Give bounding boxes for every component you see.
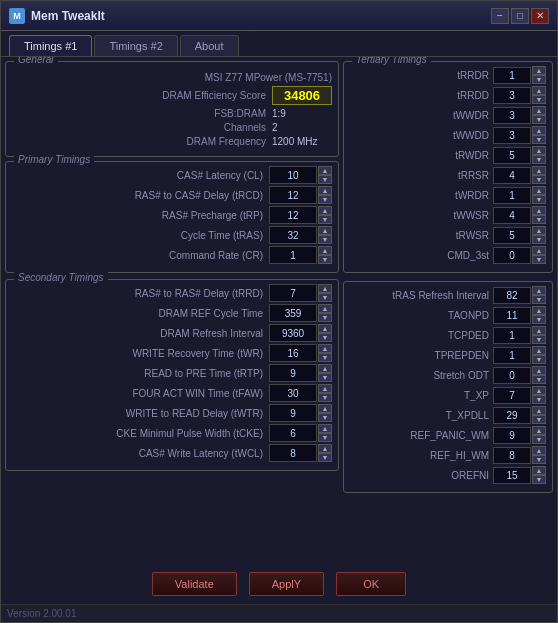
tab-timings2[interactable]: Timings #2: [94, 35, 177, 56]
tertiary-spin-up-4[interactable]: ▲: [532, 366, 546, 375]
tertiary-spin-up-8[interactable]: ▲: [532, 446, 546, 455]
apply-button[interactable]: ApplY: [249, 572, 324, 596]
tertiary-input-6[interactable]: [493, 187, 531, 204]
tertiary-input-1[interactable]: [493, 87, 531, 104]
tertiary-spin-down-5[interactable]: ▼: [532, 395, 546, 404]
timing-input-3[interactable]: [269, 344, 317, 362]
tertiary-input-9[interactable]: [493, 467, 531, 484]
spin-down-1[interactable]: ▼: [318, 313, 332, 322]
tertiary-spin-up-0[interactable]: ▲: [532, 66, 546, 75]
tertiary-input-2[interactable]: [493, 107, 531, 124]
spin-up-4[interactable]: ▲: [318, 246, 332, 255]
timing-input-8[interactable]: [269, 444, 317, 462]
tertiary-input-7[interactable]: [493, 427, 531, 444]
spin-down-2[interactable]: ▼: [318, 333, 332, 342]
close-button[interactable]: ✕: [531, 8, 549, 24]
tertiary-spin-up-9[interactable]: ▲: [532, 466, 546, 475]
spin-up-2[interactable]: ▲: [318, 206, 332, 215]
spin-down-7[interactable]: ▼: [318, 433, 332, 442]
spin-up-5[interactable]: ▲: [318, 384, 332, 393]
tertiary-input-9[interactable]: [493, 247, 531, 264]
tertiary-input-0[interactable]: [493, 287, 531, 304]
timing-input-2[interactable]: [269, 324, 317, 342]
tertiary-spin-up-6[interactable]: ▲: [532, 186, 546, 195]
ok-button[interactable]: OK: [336, 572, 406, 596]
tertiary-spin-down-7[interactable]: ▼: [532, 215, 546, 224]
tertiary-spin-up-5[interactable]: ▲: [532, 386, 546, 395]
tertiary-spin-up-7[interactable]: ▲: [532, 206, 546, 215]
tertiary-spin-down-9[interactable]: ▼: [532, 255, 546, 264]
tertiary-spin-up-4[interactable]: ▲: [532, 146, 546, 155]
tertiary-spin-down-0[interactable]: ▼: [532, 295, 546, 304]
spin-up-6[interactable]: ▲: [318, 404, 332, 413]
tab-timings1[interactable]: Timings #1: [9, 35, 92, 56]
tertiary-spin-up-7[interactable]: ▲: [532, 426, 546, 435]
tertiary-input-4[interactable]: [493, 147, 531, 164]
spin-up-2[interactable]: ▲: [318, 324, 332, 333]
timing-input-7[interactable]: [269, 424, 317, 442]
minimize-button[interactable]: −: [491, 8, 509, 24]
spin-up-1[interactable]: ▲: [318, 186, 332, 195]
spin-up-0[interactable]: ▲: [318, 166, 332, 175]
timing-input-2[interactable]: [269, 206, 317, 224]
tertiary-spin-down-2[interactable]: ▼: [532, 335, 546, 344]
tertiary-input-6[interactable]: [493, 407, 531, 424]
tertiary-input-3[interactable]: [493, 127, 531, 144]
spin-down-1[interactable]: ▼: [318, 195, 332, 204]
timing-input-1[interactable]: [269, 304, 317, 322]
spin-down-0[interactable]: ▼: [318, 293, 332, 302]
spin-up-3[interactable]: ▲: [318, 344, 332, 353]
tertiary-spin-down-9[interactable]: ▼: [532, 475, 546, 484]
tertiary-input-7[interactable]: [493, 207, 531, 224]
spin-up-7[interactable]: ▲: [318, 424, 332, 433]
tertiary-spin-down-8[interactable]: ▼: [532, 455, 546, 464]
spin-down-3[interactable]: ▼: [318, 235, 332, 244]
tertiary-spin-up-0[interactable]: ▲: [532, 286, 546, 295]
timing-input-3[interactable]: [269, 226, 317, 244]
spin-up-3[interactable]: ▲: [318, 226, 332, 235]
tertiary-spin-down-3[interactable]: ▼: [532, 355, 546, 364]
tertiary-spin-up-3[interactable]: ▲: [532, 346, 546, 355]
timing-input-6[interactable]: [269, 404, 317, 422]
tertiary-spin-down-2[interactable]: ▼: [532, 115, 546, 124]
spin-up-8[interactable]: ▲: [318, 444, 332, 453]
tertiary-input-4[interactable]: [493, 367, 531, 384]
tertiary-spin-down-4[interactable]: ▼: [532, 155, 546, 164]
spin-down-6[interactable]: ▼: [318, 413, 332, 422]
spin-down-3[interactable]: ▼: [318, 353, 332, 362]
timing-input-0[interactable]: [269, 166, 317, 184]
tertiary-spin-up-6[interactable]: ▲: [532, 406, 546, 415]
tertiary-spin-up-2[interactable]: ▲: [532, 106, 546, 115]
spin-up-4[interactable]: ▲: [318, 364, 332, 373]
maximize-button[interactable]: □: [511, 8, 529, 24]
spin-up-0[interactable]: ▲: [318, 284, 332, 293]
spin-down-8[interactable]: ▼: [318, 453, 332, 462]
spin-down-4[interactable]: ▼: [318, 373, 332, 382]
spin-down-5[interactable]: ▼: [318, 393, 332, 402]
tertiary-spin-up-3[interactable]: ▲: [532, 126, 546, 135]
tertiary-input-3[interactable]: [493, 347, 531, 364]
validate-button[interactable]: Validate: [152, 572, 237, 596]
spin-down-2[interactable]: ▼: [318, 215, 332, 224]
tertiary-spin-down-4[interactable]: ▼: [532, 375, 546, 384]
timing-input-0[interactable]: [269, 284, 317, 302]
tab-about[interactable]: About: [180, 35, 239, 56]
spin-up-1[interactable]: ▲: [318, 304, 332, 313]
tertiary-spin-down-1[interactable]: ▼: [532, 95, 546, 104]
tertiary-spin-up-9[interactable]: ▲: [532, 246, 546, 255]
tertiary-input-5[interactable]: [493, 387, 531, 404]
tertiary-spin-up-5[interactable]: ▲: [532, 166, 546, 175]
tertiary-input-0[interactable]: [493, 67, 531, 84]
tertiary-spin-down-8[interactable]: ▼: [532, 235, 546, 244]
tertiary-spin-down-0[interactable]: ▼: [532, 75, 546, 84]
tertiary-input-1[interactable]: [493, 307, 531, 324]
timing-input-5[interactable]: [269, 384, 317, 402]
tertiary-input-5[interactable]: [493, 167, 531, 184]
tertiary-spin-down-3[interactable]: ▼: [532, 135, 546, 144]
spin-down-0[interactable]: ▼: [318, 175, 332, 184]
tertiary-spin-up-8[interactable]: ▲: [532, 226, 546, 235]
timing-input-1[interactable]: [269, 186, 317, 204]
tertiary-spin-down-6[interactable]: ▼: [532, 195, 546, 204]
timing-input-4[interactable]: [269, 364, 317, 382]
tertiary-spin-down-1[interactable]: ▼: [532, 315, 546, 324]
